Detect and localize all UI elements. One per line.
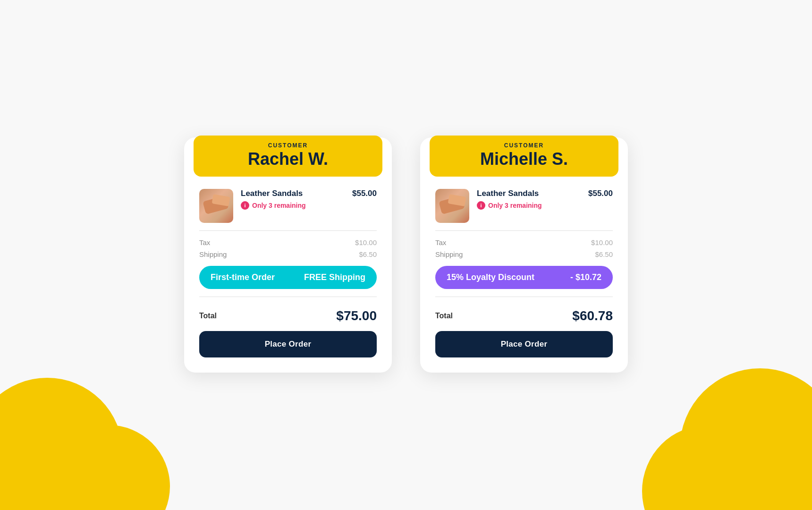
shipping-row-rachel: Shipping $6.50 [199, 250, 377, 258]
total-value-michelle: $60.78 [572, 308, 613, 323]
product-name-row-michelle: Leather Sandals $55.00 [477, 189, 613, 198]
tax-label-michelle: Tax [435, 238, 446, 246]
product-row-michelle: Leather Sandals $55.00 i Only 3 remainin… [435, 189, 613, 223]
shipping-value-michelle: $6.50 [595, 250, 613, 258]
card-body-michelle: Leather Sandals $55.00 i Only 3 remainin… [420, 178, 628, 223]
promo-label-michelle: 15% Loyalty Discount [447, 272, 534, 282]
customer-label-rachel: CUSTOMER [203, 142, 373, 149]
customer-name-rachel: Rachel W. [203, 150, 373, 169]
customer-header-michelle: CUSTOMER Michelle S. [430, 136, 618, 177]
divider-1-rachel [199, 230, 377, 231]
stock-text-michelle: Only 3 remaining [488, 202, 542, 209]
stock-warning-rachel: i Only 3 remaining [241, 201, 377, 210]
product-name-rachel: Leather Sandals [241, 189, 303, 198]
total-row-michelle: Total $60.78 [420, 305, 628, 331]
fee-rows-rachel: Tax $10.00 Shipping $6.50 [184, 238, 392, 258]
divider-2-rachel [199, 297, 377, 297]
cards-container: CUSTOMER Rachel W. Leather Sandals $55.0… [184, 137, 628, 373]
promo-banner-michelle: 15% Loyalty Discount - $10.72 [435, 266, 613, 289]
blob-right-2 [642, 425, 774, 510]
blob-right-1 [680, 368, 812, 510]
tax-row-rachel: Tax $10.00 [199, 238, 377, 246]
stock-text-rachel: Only 3 remaining [252, 202, 306, 209]
shipping-row-michelle: Shipping $6.50 [435, 250, 613, 258]
total-row-rachel: Total $75.00 [184, 305, 392, 331]
blob-left-2 [47, 425, 170, 510]
fee-rows-michelle: Tax $10.00 Shipping $6.50 [420, 238, 628, 258]
shipping-label-michelle: Shipping [435, 250, 463, 258]
tax-value-michelle: $10.00 [591, 238, 613, 246]
order-card-michelle: CUSTOMER Michelle S. Leather Sandals $55… [420, 137, 628, 373]
customer-label-michelle: CUSTOMER [439, 142, 609, 149]
customer-header-rachel: CUSTOMER Rachel W. [194, 136, 382, 177]
order-card-rachel: CUSTOMER Rachel W. Leather Sandals $55.0… [184, 137, 392, 373]
blob-left-1 [0, 378, 123, 510]
product-name-michelle: Leather Sandals [477, 189, 539, 198]
shipping-label-rachel: Shipping [199, 250, 227, 258]
product-price-michelle: $55.00 [588, 189, 613, 198]
stock-warning-michelle: i Only 3 remaining [477, 201, 613, 210]
card-body-rachel: Leather Sandals $55.00 i Only 3 remainin… [184, 178, 392, 223]
shipping-value-rachel: $6.50 [359, 250, 377, 258]
tax-row-michelle: Tax $10.00 [435, 238, 613, 246]
promo-value-michelle: - $10.72 [570, 272, 601, 282]
product-info-rachel: Leather Sandals $55.00 i Only 3 remainin… [241, 189, 377, 210]
product-row-rachel: Leather Sandals $55.00 i Only 3 remainin… [199, 189, 377, 223]
total-label-michelle: Total [435, 312, 453, 320]
info-icon-michelle: i [477, 201, 485, 210]
product-name-row-rachel: Leather Sandals $55.00 [241, 189, 377, 198]
tax-label-rachel: Tax [199, 238, 210, 246]
promo-banner-rachel: First-time Order FREE Shipping [199, 266, 377, 289]
place-order-button-rachel[interactable]: Place Order [199, 331, 377, 357]
divider-1-michelle [435, 230, 613, 231]
total-label-rachel: Total [199, 312, 217, 320]
divider-2-michelle [435, 297, 613, 297]
place-order-button-michelle[interactable]: Place Order [435, 331, 613, 357]
promo-label-rachel: First-time Order [211, 272, 275, 282]
product-info-michelle: Leather Sandals $55.00 i Only 3 remainin… [477, 189, 613, 210]
promo-value-rachel: FREE Shipping [304, 272, 365, 282]
tax-value-rachel: $10.00 [355, 238, 377, 246]
product-image-rachel [199, 189, 233, 223]
product-price-rachel: $55.00 [352, 189, 377, 198]
total-value-rachel: $75.00 [336, 308, 377, 323]
customer-name-michelle: Michelle S. [439, 150, 609, 169]
product-image-michelle [435, 189, 469, 223]
info-icon-rachel: i [241, 201, 249, 210]
